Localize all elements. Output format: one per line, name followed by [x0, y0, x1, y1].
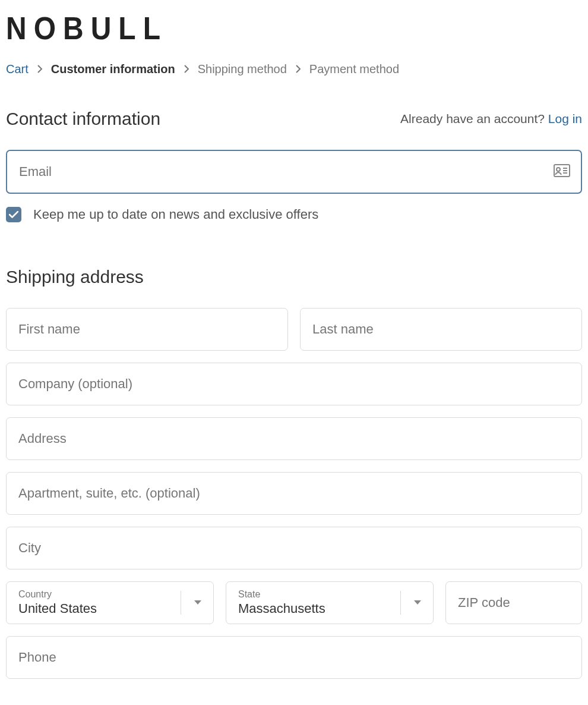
breadcrumb-customer-information: Customer information [51, 62, 175, 76]
contact-card-icon [554, 164, 570, 180]
select-divider [181, 591, 181, 615]
apartment-input[interactable] [6, 472, 582, 515]
account-prompt-text: Already have an account? [400, 112, 545, 125]
breadcrumb-cart[interactable]: Cart [6, 62, 29, 76]
chevron-right-icon [295, 62, 301, 76]
last-name-input[interactable] [300, 308, 582, 351]
zip-input[interactable] [445, 581, 582, 624]
email-input[interactable] [6, 150, 582, 194]
state-value: Massachusetts [238, 601, 397, 616]
breadcrumb-payment-method: Payment method [309, 62, 399, 76]
first-name-input[interactable] [6, 308, 288, 351]
city-input[interactable] [6, 527, 582, 569]
select-divider [400, 591, 401, 615]
breadcrumb-shipping-method: Shipping method [198, 62, 287, 76]
country-value: United States [18, 601, 178, 616]
country-select[interactable]: Country United States [6, 581, 214, 624]
address-input[interactable] [6, 417, 582, 460]
breadcrumb: Cart Customer information Shipping metho… [6, 62, 582, 76]
shipping-address-heading: Shipping address [6, 267, 582, 287]
company-input[interactable] [6, 363, 582, 405]
contact-information-heading: Contact information [6, 109, 160, 129]
country-label: Country [18, 589, 178, 600]
phone-input[interactable] [6, 636, 582, 679]
state-label: State [238, 589, 397, 600]
newsletter-label: Keep me up to date on news and exclusive… [33, 207, 318, 222]
brand-logo: NOBULL [6, 10, 167, 46]
chevron-right-icon [184, 62, 189, 76]
login-link[interactable]: Log in [548, 112, 582, 125]
svg-point-1 [557, 168, 560, 171]
account-prompt: Already have an account? Log in [400, 112, 582, 126]
newsletter-checkbox[interactable] [6, 207, 21, 222]
state-select[interactable]: State Massachusetts [226, 581, 434, 624]
chevron-right-icon [37, 62, 43, 76]
